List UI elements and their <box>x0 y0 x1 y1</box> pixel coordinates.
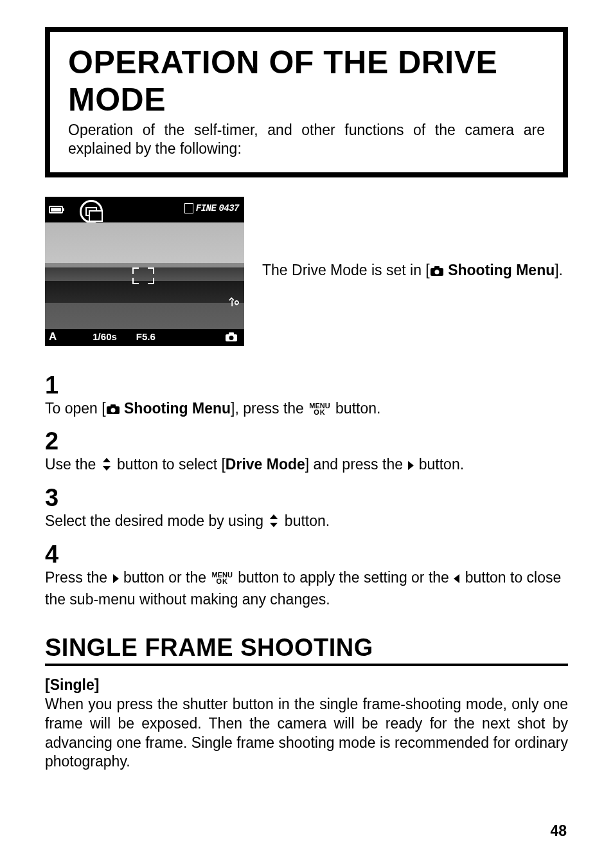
steps-list: 1 To open [ Shooting Menu], press the ME… <box>45 373 568 610</box>
aperture-value: F5.6 <box>136 331 155 342</box>
right-arrow-icon <box>112 570 120 590</box>
svg-marker-13 <box>270 523 278 527</box>
svg-marker-15 <box>454 574 459 583</box>
title-subtext: Operation of the self-timer, and other f… <box>68 121 545 158</box>
step-3-text: Select the desired mode by using button. <box>45 511 568 533</box>
step-2-text: Use the button to select [Drive Mode] an… <box>45 455 568 476</box>
svg-rect-7 <box>111 404 116 407</box>
quality-label: FINE <box>196 203 217 213</box>
svg-marker-11 <box>408 461 414 470</box>
svg-rect-1 <box>229 332 234 335</box>
svg-marker-12 <box>270 514 278 519</box>
step-number: 4 <box>45 542 568 566</box>
step-1-text: To open [ Shooting Menu], press the MENU… <box>45 399 568 420</box>
battery-icon <box>49 206 63 213</box>
camera-lcd-screenshot: FINE 0437 A 1/60s F5.6 <box>45 197 244 346</box>
left-arrow-icon <box>453 570 461 590</box>
camera-icon <box>430 262 444 282</box>
live-view-area <box>45 222 244 329</box>
page-title: OPERATION OF THE DRIVE MODE <box>68 44 545 118</box>
svg-point-2 <box>229 336 234 340</box>
section-heading: SINGLE FRAME SHOOTING <box>45 634 568 666</box>
step-number: 1 <box>45 373 568 397</box>
svg-point-8 <box>111 408 115 412</box>
menu-ok-icon: MENUOK <box>210 572 233 585</box>
intro-paragraph: The Drive Mode is set in [ Shooting Menu… <box>262 261 563 282</box>
step-number: 3 <box>45 485 568 510</box>
svg-point-5 <box>434 269 439 274</box>
shutter-speed: 1/60s <box>93 331 117 342</box>
drive-mode-badge-icon <box>80 200 103 223</box>
up-down-arrow-icon <box>267 513 280 533</box>
capture-icon <box>225 332 238 342</box>
scene-icon <box>227 296 239 307</box>
svg-marker-9 <box>103 458 111 462</box>
focus-bracket-icon <box>132 267 154 284</box>
svg-marker-10 <box>103 466 111 471</box>
svg-rect-4 <box>434 266 440 269</box>
section-subhead: [Single] <box>45 676 568 694</box>
storage-icon <box>184 203 193 213</box>
camera-icon <box>106 400 120 420</box>
up-down-arrow-icon <box>100 457 113 476</box>
section-body: When you press the shutter button in the… <box>45 695 568 772</box>
title-box: OPERATION OF THE DRIVE MODE Operation of… <box>45 27 568 177</box>
step-number: 2 <box>45 429 568 453</box>
svg-marker-14 <box>113 574 119 583</box>
menu-ok-icon: MENUOK <box>308 403 331 416</box>
right-arrow-icon <box>407 457 414 476</box>
frame-counter: 0437 <box>218 203 239 213</box>
step-4-text: Press the button or the MENUOK button to… <box>45 568 568 610</box>
exposure-mode: A <box>49 330 57 343</box>
page-number: 48 <box>550 822 567 840</box>
